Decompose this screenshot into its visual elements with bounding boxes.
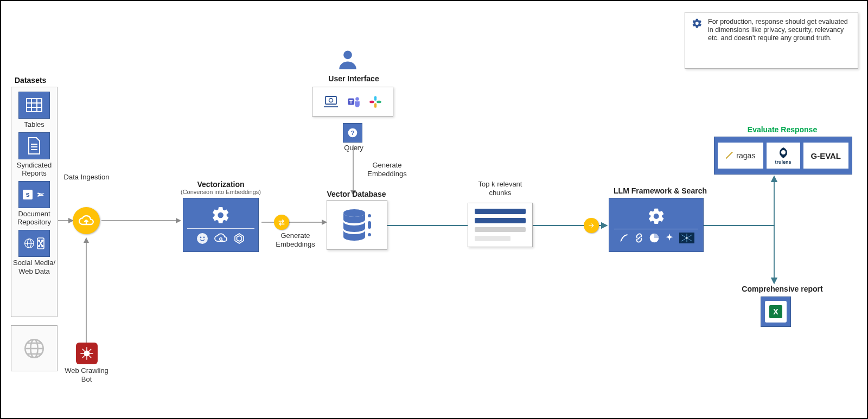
- datasets-header: Datasets: [15, 76, 46, 85]
- dataset-item: Tables: [18, 92, 50, 129]
- svg-point-38: [197, 233, 208, 244]
- svg-point-39: [200, 236, 202, 238]
- svg-point-69: [781, 150, 786, 154]
- evaluate-node: ragas trulens G-EVAL: [714, 137, 852, 175]
- arrow-right-icon: [588, 222, 595, 229]
- svg-marker-44: [237, 236, 242, 241]
- svg-line-37: [88, 349, 91, 352]
- dataset-item: Syndicated Reports: [11, 132, 57, 178]
- svg-point-58: [343, 209, 365, 217]
- chunk-bar: [475, 236, 510, 241]
- query-icon: ?: [343, 123, 362, 143]
- dataset-item: Social Media/ Web Data: [11, 230, 57, 275]
- svg-rect-53: [376, 100, 381, 102]
- eval-tool-box: G-EVAL: [803, 143, 849, 169]
- eval-tool-box: trulens: [767, 143, 800, 169]
- llm-node: [609, 198, 704, 252]
- web-crawler-label: Web Crawling Bot: [63, 366, 110, 383]
- svg-rect-6: [27, 99, 42, 112]
- svg-point-59: [368, 214, 371, 217]
- report-node: X: [761, 296, 791, 327]
- datasets-panel: Tables Syndicated Reports s Document Rep…: [11, 87, 58, 317]
- svg-rect-60: [368, 221, 371, 229]
- network-icon: [679, 233, 694, 243]
- cloud-upload-icon: [79, 213, 94, 228]
- svg-line-36: [82, 356, 85, 358]
- query-label: Query: [335, 144, 373, 152]
- gear-icon: [647, 207, 666, 225]
- sparkle-icon: [664, 233, 675, 243]
- vector-db-node: [327, 200, 387, 250]
- chunk-bar: [475, 209, 526, 214]
- tables-icon: [18, 92, 50, 119]
- user-icon: [336, 48, 359, 73]
- user-interface-panel: T: [312, 87, 393, 117]
- exchange-node: [274, 215, 289, 230]
- dataset-label: Social Media/ Web Data: [11, 259, 57, 275]
- eval-tool-label: G-EVAL: [810, 151, 841, 160]
- chunk-bar: [475, 227, 526, 233]
- ingestion-label: Data Ingestion: [63, 173, 110, 182]
- huggingface-icon: [196, 232, 209, 245]
- dataset-label: Syndicated Reports: [11, 161, 57, 178]
- slack-icon: [368, 95, 382, 109]
- openai-icon: [233, 232, 246, 245]
- user-interface-label: User Interface: [321, 74, 386, 83]
- svg-point-45: [343, 50, 352, 59]
- vector-db-title: Vector Database: [321, 190, 392, 198]
- svg-line-63: [687, 235, 692, 238]
- svg-text:?: ?: [350, 129, 354, 136]
- svg-line-35: [88, 356, 91, 358]
- generate-embeddings-top-label: Generate Embeddings: [359, 161, 416, 178]
- ruler-icon: [725, 151, 734, 160]
- svg-rect-52: [374, 96, 376, 101]
- svg-rect-46: [326, 96, 336, 104]
- embedding-provider-icons: [196, 232, 246, 245]
- evaluate-title: Evaluate Response: [728, 125, 837, 134]
- chunk-bar: [475, 218, 526, 223]
- exchange-icon: [277, 218, 286, 227]
- svg-text:T: T: [349, 99, 353, 105]
- architecture-diagram: For production, response should get eval…: [0, 0, 868, 419]
- svg-point-51: [355, 97, 359, 101]
- svg-rect-54: [374, 103, 376, 108]
- generate-embeddings-left-label: Generate Embeddings: [267, 231, 324, 248]
- svg-line-64: [681, 238, 687, 241]
- ingestion-node: [73, 207, 100, 234]
- globe-disabled-icon: [23, 338, 45, 359]
- eval-tool-box: ragas: [718, 143, 763, 169]
- cloud-search-icon: [214, 232, 227, 245]
- dataset-label: Document Repository: [11, 210, 57, 227]
- gear-icon: [692, 18, 703, 31]
- svg-point-61: [368, 233, 371, 236]
- vectorization-node: [183, 198, 259, 252]
- pie-icon: [649, 233, 660, 243]
- database-icon: [338, 208, 376, 243]
- teams-icon: T: [347, 95, 361, 109]
- topk-label: Top k relevant chunks: [468, 180, 533, 197]
- link-icon: [634, 233, 644, 243]
- svg-point-68: [686, 237, 687, 238]
- note-text: For production, response should get eval…: [708, 18, 851, 42]
- gear-icon: [211, 205, 231, 225]
- note-box: For production, response should get eval…: [685, 12, 858, 69]
- svg-point-40: [203, 236, 205, 238]
- svg-point-29: [84, 351, 89, 356]
- svg-rect-55: [369, 100, 374, 102]
- svg-line-62: [681, 235, 687, 238]
- svg-point-41: [220, 237, 222, 240]
- report-title: Comprehensive report: [733, 285, 831, 293]
- svg-point-48: [329, 98, 333, 102]
- dataset-item: s Document Repository: [11, 181, 57, 227]
- eval-tool-label: trulens: [775, 159, 791, 165]
- excel-icon: X: [765, 301, 787, 323]
- svg-line-65: [687, 238, 692, 241]
- llm-title: LLM Framework & Search: [606, 186, 714, 195]
- globe-disabled-panel: [11, 325, 58, 371]
- svg-line-34: [82, 349, 85, 352]
- trulens-icon: [777, 146, 790, 159]
- topk-node: [468, 203, 533, 247]
- spider-icon: [76, 343, 98, 364]
- feather-icon: [618, 233, 629, 243]
- eval-tool-label: ragas: [736, 151, 755, 160]
